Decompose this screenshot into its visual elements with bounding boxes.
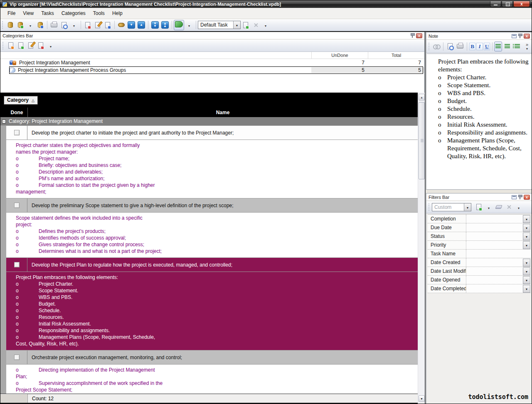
move-top-button[interactable]: ▲▲ [160,20,170,29]
scroll-up-button[interactable] [419,94,425,100]
filter-row[interactable]: Completion [428,215,531,223]
filter-row[interactable]: Date Last Modified [428,267,531,276]
filter-value[interactable] [466,232,523,240]
task-checkbox[interactable] [14,355,20,360]
apply-filter-dropdown[interactable] [484,203,493,212]
move-up-button[interactable]: ▲ [137,20,146,29]
filter-row[interactable]: Priority [428,241,531,250]
restore-panel-icon[interactable] [512,195,517,199]
new-subcategory-button[interactable] [16,41,25,50]
new-task-button[interactable] [83,20,92,29]
close-button[interactable]: x [513,1,530,7]
filter-row[interactable]: Due Date [428,223,531,232]
restore-panel-icon[interactable] [512,34,517,38]
filter-row[interactable]: Date Completed [428,284,531,293]
toolbar-overflow[interactable] [261,20,270,29]
collapse-icon[interactable] [2,120,6,123]
filter-value[interactable] [466,284,523,293]
column-header-undone[interactable]: UnDone [311,52,368,59]
filter-dropdown-button[interactable] [523,241,530,249]
align-left-button[interactable] [494,42,502,51]
italic-button[interactable]: I [476,43,483,50]
default-task-combobox[interactable]: Default Task [198,21,241,29]
filter-value[interactable] [466,258,523,267]
filters-close-button[interactable]: x [524,195,530,200]
filter-dropdown-button[interactable] [523,215,530,223]
insert-hyperlink-button[interactable] [432,42,441,51]
filter-dropdown-button[interactable] [523,276,530,284]
category-row[interactable]: Project Integration Management77 [0,59,424,66]
open-database-button[interactable] [16,20,25,29]
toolbar-grip[interactable] [429,203,430,211]
filter-dropdown-button[interactable] [523,224,530,232]
print-preview-button[interactable] [59,20,69,29]
task-row[interactable]: Develop the preliminary Scope statement … [6,198,418,213]
notes-toggle-dropdown[interactable] [185,20,194,29]
menu-help[interactable]: Help [108,8,126,18]
filter-preset-combobox[interactable]: Custom [432,203,471,211]
column-header-name[interactable]: Name [28,110,418,115]
filter-row[interactable]: Task Name [428,250,531,258]
bold-button[interactable]: B [469,43,475,50]
note-close-button[interactable]: x [524,34,530,39]
group-by-category-box[interactable]: Category [4,96,38,105]
title-bar[interactable]: Vip organizer [M:\Vlad\Checklists\Projec… [0,0,532,8]
move-down-button[interactable]: ▼ [127,20,136,29]
filter-value[interactable] [466,241,523,249]
apply-filter-button[interactable] [474,203,483,212]
new-category-button[interactable] [6,41,15,50]
delete-button[interactable] [251,20,260,29]
open-database-dropdown[interactable] [26,20,35,29]
note-print-button[interactable] [456,42,465,51]
categories-close-button[interactable]: x [416,33,422,38]
scrollbar-thumb[interactable] [419,102,425,179]
filter-value[interactable] [466,276,523,284]
task-row[interactable]: Develop the Project Plan to regulate how… [6,257,418,272]
note-toolbar-overflow[interactable] [522,42,532,51]
task-checkbox[interactable] [14,262,20,267]
task-checkbox[interactable] [14,203,20,208]
filter-value[interactable] [466,250,531,258]
filter-value[interactable] [466,223,523,232]
category-group-row[interactable]: Category: Project Integration Management [0,117,418,125]
toolbar-grip[interactable] [2,42,4,49]
note-editor[interactable]: Project Plan embraces the following elem… [427,54,532,189]
filter-value[interactable] [466,267,523,275]
underline-button[interactable]: U [484,43,490,50]
edit-task-button[interactable] [93,20,102,29]
filter-dropdown-button[interactable] [523,267,530,275]
vertical-scrollbar[interactable] [418,93,425,404]
print-preview-dropdown[interactable] [69,20,79,29]
save-database-button[interactable] [36,20,45,29]
toolbar-grip[interactable] [2,21,4,29]
combobox-dropdown-button[interactable] [233,21,240,29]
menu-tasks[interactable]: Tasks [37,8,58,18]
column-header-total[interactable]: Total [368,52,424,59]
pin-icon[interactable] [518,33,522,39]
new-database-button[interactable] [6,20,15,29]
pin-icon[interactable] [411,33,414,38]
menu-categories[interactable]: Categories [58,8,89,18]
search-button[interactable] [117,20,126,29]
scroll-down-button[interactable] [419,395,425,402]
menu-file[interactable]: File [4,8,19,18]
toolbar-grip[interactable] [429,43,430,50]
pin-icon[interactable] [518,194,522,200]
delete-filter-button[interactable] [504,203,513,212]
column-header-done[interactable]: Done [6,110,27,115]
duplicate-task-button[interactable] [103,20,112,29]
filter-row[interactable]: Date Created [428,258,531,267]
note-preview-button[interactable] [446,42,455,51]
bullet-list-button[interactable] [512,42,522,51]
task-row[interactable]: Orchestrate project execution management… [6,350,418,365]
move-bottom-button[interactable]: ▼▼ [150,20,160,29]
restore-button[interactable] [502,1,513,7]
filter-dropdown-button[interactable] [523,285,530,293]
task-row[interactable]: Develop the project charter to initiate … [6,125,418,140]
menu-view[interactable]: View [19,8,37,18]
filter-dropdown-button[interactable] [523,233,530,240]
clear-filter-button[interactable] [494,203,503,212]
filter-value[interactable] [466,215,523,223]
minimize-button[interactable] [490,1,501,7]
filter-dropdown-button[interactable] [523,259,530,267]
